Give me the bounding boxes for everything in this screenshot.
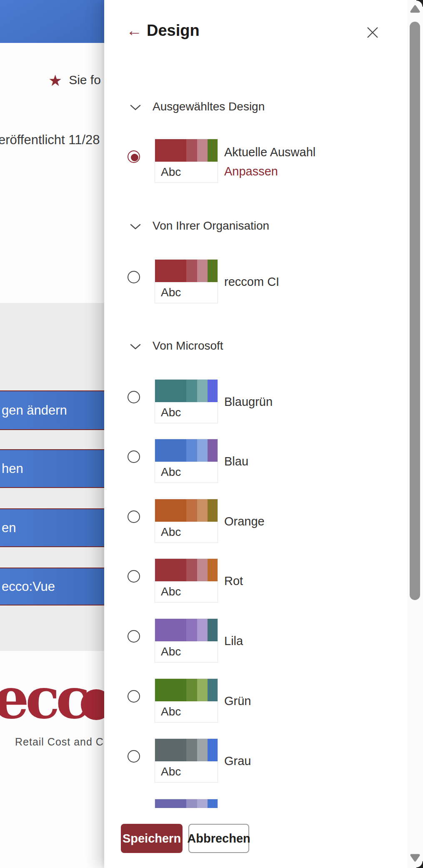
theme-name: Grün: [224, 694, 251, 708]
page-button-3[interactable]: en: [0, 508, 108, 547]
theme-swatch: Abc: [155, 439, 218, 483]
section-label: Von Ihrer Organisation: [153, 219, 269, 233]
swatch-colors: [155, 499, 218, 522]
theme-swatch: Abc: [155, 499, 218, 543]
theme-option-reccom-ci[interactable]: Abc reccom CI: [128, 259, 403, 305]
radio-button[interactable]: [128, 570, 140, 583]
theme-swatch: Abc: [155, 678, 218, 723]
radio-current-selected[interactable]: [128, 150, 140, 163]
swatch-colors: [155, 260, 218, 282]
window-corner: [416, 0, 423, 7]
swatch-abc-label: Abc: [155, 522, 218, 543]
scrollbar-thumb[interactable]: [410, 22, 420, 600]
theme-option-gruen[interactable]: Abc Grün: [128, 678, 403, 724]
ecco-logo-text: ecc: [0, 665, 86, 731]
swatch-colors: [155, 559, 218, 581]
section-label: Ausgewähltes Design: [153, 100, 265, 113]
star-icon: ★: [48, 72, 62, 89]
swatch-abc-label: Abc: [155, 462, 218, 483]
radio-button[interactable]: [128, 510, 140, 523]
section-organization[interactable]: Von Ihrer Organisation: [130, 219, 269, 233]
save-button[interactable]: Speichern: [121, 824, 183, 853]
theme-name: Lila: [224, 634, 243, 648]
theme-name: Aktuelle Auswahl: [224, 145, 315, 159]
theme-option-rot[interactable]: Abc Rot: [128, 558, 403, 604]
swatch-abc-label: Abc: [155, 641, 218, 662]
swatch-abc-label: Abc: [155, 581, 218, 602]
theme-swatch: Abc: [155, 259, 218, 303]
published-date-text: eröffentlicht 11/28: [0, 133, 100, 148]
theme-swatch: Abc: [155, 379, 218, 423]
swatch-abc-label: Abc: [155, 282, 218, 303]
theme-name: reccom CI: [224, 275, 279, 289]
theme-option-current[interactable]: Abc Aktuelle Auswahl Anpassen: [128, 139, 403, 185]
theme-name: Blau: [224, 455, 248, 468]
swatch-colors: [155, 679, 218, 701]
section-selected-design[interactable]: Ausgewähltes Design: [130, 100, 265, 113]
swatch-colors: [155, 739, 218, 761]
theme-name: Rot: [224, 574, 243, 588]
swatch-colors: [155, 439, 218, 462]
theme-option-blau[interactable]: Abc Blau: [128, 439, 403, 485]
section-microsoft[interactable]: Von Microsoft: [130, 339, 223, 353]
swatch-abc-label: Abc: [155, 761, 218, 782]
customize-link[interactable]: Anpassen: [224, 165, 278, 178]
design-panel: [104, 0, 423, 868]
swatch-abc-label: Abc: [155, 162, 218, 183]
page-button-settings[interactable]: gen ändern: [0, 390, 108, 430]
follow-text: Sie fo: [69, 73, 101, 87]
swatch-colors: [155, 619, 218, 641]
page-header-bar: [0, 0, 108, 43]
back-arrow-icon[interactable]: ←: [126, 23, 142, 38]
theme-swatch: Abc: [155, 558, 218, 603]
swatch-abc-label: Abc: [155, 402, 218, 423]
page-button-2[interactable]: hen: [0, 449, 108, 488]
theme-name: Grau: [224, 754, 251, 768]
page-button-eccovue[interactable]: ecco:Vue: [0, 568, 108, 605]
scrollbar[interactable]: [407, 0, 423, 868]
radio-button[interactable]: [128, 690, 140, 703]
swatch-colors: [155, 139, 218, 162]
window-corner: [416, 861, 423, 868]
chevron-down-icon: [130, 223, 141, 230]
panel-footer: Speichern Abbrechen: [104, 808, 407, 868]
section-label: Von Microsoft: [153, 339, 223, 353]
chevron-down-icon: [130, 104, 141, 111]
theme-swatch: Abc: [155, 139, 218, 183]
radio-button[interactable]: [128, 750, 140, 763]
follow-status: ★Sie fo: [48, 72, 101, 90]
theme-option-grau[interactable]: Abc Grau: [128, 738, 403, 784]
cancel-button[interactable]: Abbrechen: [188, 824, 249, 853]
radio-button[interactable]: [128, 271, 140, 283]
panel-title: Design: [147, 22, 200, 40]
theme-swatch: Abc: [155, 738, 218, 783]
radio-button[interactable]: [128, 391, 140, 403]
swatch-abc-label: Abc: [155, 701, 218, 722]
close-icon[interactable]: [365, 25, 380, 40]
theme-option-orange[interactable]: Abc Orange: [128, 499, 403, 545]
theme-swatch: Abc: [155, 618, 218, 663]
chevron-down-icon: [130, 343, 141, 350]
theme-name: Blaugrün: [224, 395, 273, 409]
radio-button[interactable]: [128, 630, 140, 643]
background-page: ★Sie fo eröffentlicht 11/28 gen ändern h…: [0, 0, 108, 868]
radio-button[interactable]: [128, 450, 140, 463]
theme-option-blaugruen[interactable]: Abc Blaugrün: [128, 379, 403, 425]
screen: ★Sie fo eröffentlicht 11/28 gen ändern h…: [0, 0, 423, 868]
theme-name: Orange: [224, 515, 265, 528]
swatch-colors: [155, 380, 218, 402]
theme-option-lila[interactable]: Abc Lila: [128, 618, 403, 664]
